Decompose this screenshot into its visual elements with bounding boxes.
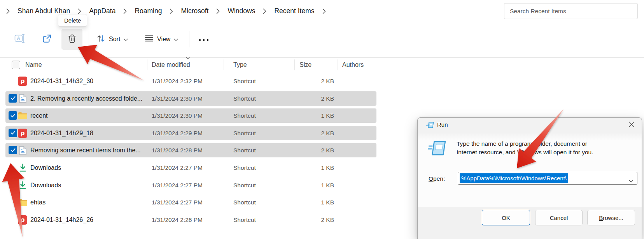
delete-button[interactable] (61, 29, 82, 50)
file-type: Shortcut (233, 126, 256, 140)
run-window-icon (426, 122, 434, 130)
sort-button[interactable]: Sort (93, 29, 131, 50)
table-row[interactable]: Removing some recent items from the...1/… (5, 143, 376, 157)
breadcrumb-chevron-icon[interactable] (216, 9, 220, 14)
file-list: ρ2024-01-31_14h32_301/31/2024 2:32 PMSho… (5, 74, 376, 230)
breadcrumb-chevron-icon[interactable] (77, 9, 82, 14)
description-line: Internet resource, and Windows will open… (457, 148, 634, 157)
view-button[interactable]: View (142, 29, 181, 50)
chevron-down-icon (174, 36, 178, 43)
open-label: Open: (429, 173, 445, 185)
breadcrumb-item[interactable]: Roaming (131, 5, 166, 17)
column-header-date-modified[interactable]: Date modified (152, 58, 190, 72)
row-checkbox[interactable] (9, 111, 17, 120)
table-row[interactable]: Downloads1/31/2024 2:27 PMShortcut1 KB (5, 178, 376, 192)
column-divider[interactable] (338, 59, 338, 70)
column-header-name[interactable]: Name (25, 58, 42, 72)
row-checkbox[interactable] (9, 129, 17, 137)
select-all-checkbox[interactable] (12, 61, 20, 69)
delete-tooltip: Delete (58, 14, 87, 27)
file-type: Shortcut (233, 74, 256, 88)
run-icon (428, 140, 446, 157)
column-divider[interactable] (294, 59, 295, 70)
run-dialog: Run Type the name of a program, folder, … (417, 117, 642, 239)
file-name: Removing some recent items from the... (30, 143, 141, 157)
breadcrumb-chevron-icon[interactable] (322, 9, 326, 14)
folder-icon (18, 197, 28, 208)
screenpresso-file-icon: ρ (18, 76, 28, 86)
close-icon (629, 122, 634, 129)
ok-button[interactable]: OK (482, 210, 530, 225)
rename-icon: A (14, 33, 25, 45)
column-divider[interactable] (147, 59, 147, 70)
file-date-modified: 1/31/2024 2:28 PM (152, 143, 203, 157)
breadcrumb-chevron-icon[interactable] (169, 9, 173, 14)
file-type: Shortcut (233, 143, 256, 157)
trash-icon (68, 34, 76, 45)
rename-button[interactable]: A (9, 29, 30, 50)
sort-icon (96, 34, 105, 44)
file-type: Shortcut (233, 178, 256, 192)
column-header-authors[interactable]: Authors (342, 58, 364, 72)
table-row[interactable]: ehtas1/31/2024 2:27 PMShortcut1 KB (5, 195, 376, 209)
svg-text:A: A (17, 36, 20, 41)
file-type: Shortcut (233, 195, 256, 209)
screenpresso-file-icon: ρ (18, 215, 28, 225)
address-bar: Shan Abdul KhanAppDataRoamingMicrosoftWi… (0, 0, 644, 22)
table-row[interactable]: Downloads1/31/2024 2:27 PMShortcut1 KB (5, 160, 376, 175)
run-dialog-title: Run (437, 118, 448, 132)
download-icon (18, 163, 28, 173)
chevron-down-icon (124, 36, 128, 43)
file-name: recent (30, 108, 47, 123)
breadcrumb-item[interactable]: Windows (224, 5, 259, 17)
table-row[interactable]: ρ2024-01-31_14h32_301/31/2024 2:32 PMSho… (5, 74, 376, 88)
run-open-input-value[interactable]: %AppData%\Microsoft\Windows\Recent\ (460, 173, 568, 183)
column-header-size[interactable]: Size (299, 58, 312, 72)
breadcrumb-item[interactable]: Recent Items (270, 5, 318, 17)
breadcrumb-chevron-icon[interactable] (123, 9, 127, 14)
file-type: Shortcut (233, 108, 256, 123)
delete-tooltip-label: Delete (64, 17, 81, 24)
cancel-button-label: Cancel (550, 215, 568, 221)
file-size: 2 KB (254, 126, 334, 140)
document-file-icon (18, 94, 28, 104)
run-open-combobox[interactable]: %AppData%\Microsoft\Windows\Recent\ (458, 172, 637, 185)
row-checkbox[interactable] (9, 146, 17, 154)
browse-button-label: Browse... (599, 215, 623, 221)
file-name: 2024-01-31_14h26_26 (30, 213, 93, 227)
file-date-modified: 1/31/2024 2:27 PM (152, 160, 203, 175)
breadcrumb-item[interactable]: Microsoft (177, 5, 212, 17)
description-line: Type the name of a program, folder, docu… (457, 140, 634, 148)
cancel-button[interactable]: Cancel (535, 210, 583, 225)
file-size: 2 KB (254, 91, 334, 106)
ok-button-label: OK (502, 215, 510, 221)
breadcrumb-chevron-icon[interactable] (262, 9, 267, 14)
row-checkbox[interactable] (9, 94, 17, 103)
breadcrumb-chevron-icon[interactable] (6, 9, 10, 14)
file-date-modified: 1/31/2024 2:30 PM (152, 91, 203, 106)
browse-button[interactable]: Browse... (587, 210, 635, 225)
column-divider[interactable] (379, 59, 379, 70)
table-row[interactable]: 2. Removing a recently accessed folde...… (5, 91, 376, 106)
view-list-icon (145, 35, 154, 44)
close-button[interactable] (625, 119, 638, 131)
toolbar-divider (189, 31, 189, 47)
breadcrumb-item[interactable]: AppData (85, 5, 119, 17)
combobox-chevron-icon[interactable] (629, 177, 634, 184)
breadcrumb: Shan Abdul KhanAppDataRoamingMicrosoftWi… (2, 0, 330, 22)
table-row[interactable]: recent1/31/2024 2:30 PMShortcut1 KB (5, 108, 376, 123)
column-header-type[interactable]: Type (233, 58, 247, 72)
screenpresso-file-icon: ρ (18, 128, 28, 138)
table-row[interactable]: ρ2024-01-31_14h29_181/31/2024 2:29 PMSho… (5, 126, 376, 140)
search-input[interactable] (504, 3, 638, 19)
file-type: Shortcut (233, 91, 256, 106)
file-date-modified: 1/31/2024 2:30 PM (152, 108, 203, 123)
table-row[interactable]: ρ2024-01-31_14h26_261/31/2024 2:26 PMSho… (5, 213, 376, 227)
file-name: ehtas (30, 195, 46, 209)
share-button[interactable] (36, 29, 58, 50)
file-date-modified: 1/31/2024 2:29 PM (152, 126, 203, 140)
column-divider[interactable] (224, 59, 224, 70)
file-type: Shortcut (233, 160, 256, 175)
sort-button-label: Sort (109, 36, 120, 43)
more-options-button[interactable] (194, 29, 214, 50)
